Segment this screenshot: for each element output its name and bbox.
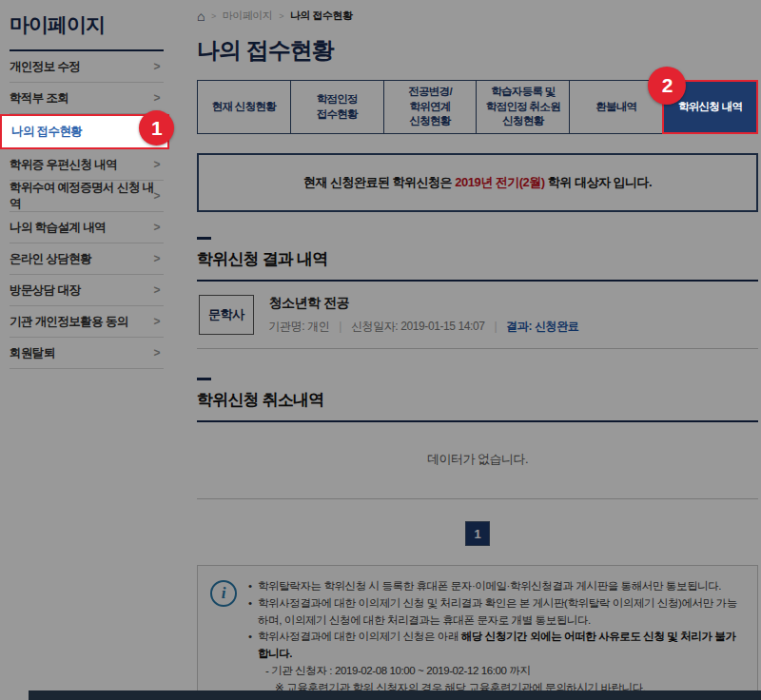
breadcrumb: ⌂ > 마이페이지 > 나의 접수현황 <box>197 9 758 23</box>
notice-text: 현재 신청완료된 학위신청은 2019년 전기(2월) 학위 대상자 입니다. <box>303 174 652 191</box>
tab-degree-application-history[interactable]: 학위신청 내역 2 <box>662 80 758 134</box>
chevron-right-icon: > <box>154 315 164 328</box>
info-bullet-2: 학위사정결과에 대한 이의제기 신청 및 처리결과 확인은 본 게시판(학위탈락… <box>248 595 744 630</box>
notice-box: 현재 신청완료된 학위신청은 2019년 전기(2월) 학위 대상자 입니다. <box>197 153 758 212</box>
chevron-right-icon: > <box>154 60 164 73</box>
sidebar-item-label: 회원탈퇴 <box>10 345 55 361</box>
major-title: 청소년학 전공 <box>269 295 579 312</box>
info-list: 학위탈락자는 학위신청 시 등록한 휴대폰 문자·이메일·학위신청결과 게시판을… <box>248 578 744 700</box>
main-content: ⌂ > 마이페이지 > 나의 접수현황 나의 접수현황 현재 신청현황 학점인정… <box>197 0 758 700</box>
sidebar-item-online-counseling[interactable]: 온라인 상담현황 > <box>10 243 164 275</box>
breadcrumb-current: 나의 접수현황 <box>290 9 353 23</box>
result-label: 결과: <box>506 320 532 333</box>
sidebar-item-privacy-consent[interactable]: 기관 개인정보활용 동의 > <box>10 306 164 338</box>
step-1-badge: 1 <box>139 110 174 146</box>
chevron-right-icon: > <box>154 189 164 203</box>
info-icon: i <box>210 580 237 607</box>
chevron-right-icon: > <box>154 221 164 234</box>
pagination: 1 <box>197 521 758 546</box>
section-degree-results: 학위신청 결과 내역 문학사 청소년학 전공 기관명: 개인 | 신청일자: 2… <box>197 237 758 349</box>
tab-label: 학위신청 내역 <box>678 100 742 115</box>
notice-highlight: 2019년 전기(2월) <box>455 175 544 189</box>
tabs-bar: 현재 신청현황 학점인정 접수현황 전공변경/ 학위연계 신청현황 학습자등록 … <box>197 80 758 134</box>
org-label: 기관명: <box>269 320 305 333</box>
sidebar-title: 마이페이지 <box>10 10 164 51</box>
info-box: i 학위탈락자는 학위신청 시 등록한 휴대폰 문자·이메일·학위신청결과 게시… <box>197 565 758 700</box>
result-details: 청소년학 전공 기관명: 개인 | 신청일자: 2019-01-15 14:07… <box>269 295 579 335</box>
org-value: 개인 <box>307 320 329 333</box>
page-button-1[interactable]: 1 <box>465 521 490 546</box>
sidebar-item-visit-counseling[interactable]: 방문상담 대장 > <box>10 275 164 306</box>
sidebar-item-academic-record[interactable]: 학적부 조회 > <box>10 83 164 114</box>
sidebar-item-label: 기관 개인정보활용 동의 <box>10 314 128 330</box>
sidebar-menu: 개인정보 수정 > 학적부 조회 > 나의 접수현황 1 학위증 우편신청 내역… <box>10 51 164 369</box>
result-list-item: 문학사 청소년학 전공 기관명: 개인 | 신청일자: 2019-01-15 1… <box>197 282 758 349</box>
sidebar-item-label: 학위수여 예정증명서 신청 내역 <box>10 180 154 212</box>
sidebar-item-label: 학적부 조회 <box>10 90 68 107</box>
date-value: 2019-01-15 14:07 <box>400 320 484 333</box>
sidebar-item-label: 개인정보 수정 <box>10 59 80 75</box>
info-bullet-3-prefix: 학위사정결과에 대한 이의제기 신청은 아래 <box>258 631 461 642</box>
chevron-right-icon: > <box>154 283 164 297</box>
meta-divider: | <box>495 320 498 333</box>
sidebar-item-label: 온라인 상담현황 <box>10 251 91 267</box>
chevron-right-icon: > <box>154 346 164 360</box>
result-meta: 기관명: 개인 | 신청일자: 2019-01-15 14:07 | 결과: 신… <box>269 319 579 335</box>
sidebar-item-edit-personal-info[interactable]: 개인정보 수정 > <box>10 51 164 83</box>
sidebar-item-learning-plan[interactable]: 나의 학습설계 내역 > <box>10 212 164 243</box>
tab-major-change-degree-link[interactable]: 전공변경/ 학위연계 신청현황 <box>383 81 477 133</box>
section-marker <box>197 378 211 380</box>
section-marker <box>197 237 211 240</box>
result-status: 신청완료 <box>535 320 578 333</box>
chevron-right-icon: > <box>154 158 164 171</box>
sidebar: 마이페이지 개인정보 수정 > 학적부 조회 > 나의 접수현황 1 학위증 우… <box>0 0 190 369</box>
sidebar-item-expected-degree-certificate[interactable]: 학위수여 예정증명서 신청 내역 > <box>10 181 164 212</box>
home-icon[interactable]: ⌂ <box>197 10 205 23</box>
empty-message: 데이터가 없습니다. <box>197 422 758 499</box>
breadcrumb-separator: > <box>279 11 283 21</box>
tab-current-application-status[interactable]: 현재 신청현황 <box>198 81 290 133</box>
sidebar-item-label: 학위증 우편신청 내역 <box>10 157 117 173</box>
info-sub-institution-period: - 기관 신청자 : 2019-02-08 10:00 ~ 2019-02-12… <box>248 663 744 680</box>
degree-type-badge: 문학사 <box>199 295 254 335</box>
info-bullet-1: 학위탈락자는 학위신청 시 등록한 휴대폰 문자·이메일·학위신청결과 게시판을… <box>248 578 744 595</box>
breadcrumb-separator: > <box>211 11 216 21</box>
sub-value: 2019-02-08 10:00 ~ 2019-02-12 16:00 까지 <box>335 665 531 676</box>
date-label: 신청일자: <box>351 320 398 333</box>
section-title: 학위신청 결과 내역 <box>197 248 758 270</box>
page-title: 나의 접수현황 <box>197 35 758 66</box>
sub-label: - 기관 신청자 : <box>265 665 335 676</box>
section-degree-cancellations: 학위신청 취소내역 데이터가 없습니다. <box>197 378 758 499</box>
notice-prefix: 현재 신청완료된 학위신청은 <box>303 175 455 189</box>
tab-learner-registration-cancel[interactable]: 학습자등록 및 학점인정 취소원 신청현황 <box>476 81 569 133</box>
meta-divider: | <box>339 320 341 333</box>
chevron-right-icon: > <box>154 91 164 105</box>
sidebar-item-my-application-status[interactable]: 나의 접수현황 1 <box>0 114 169 149</box>
breadcrumb-item-mypage[interactable]: 마이페이지 <box>223 9 273 23</box>
step-2-badge: 2 <box>648 67 686 105</box>
sidebar-item-withdraw-membership[interactable]: 회원탈퇴 > <box>10 338 164 369</box>
section-title: 학위신청 취소내역 <box>197 389 758 411</box>
sidebar-item-diploma-mail-request[interactable]: 학위증 우편신청 내역 > <box>10 149 164 181</box>
sidebar-item-label: 나의 학습설계 내역 <box>10 220 106 236</box>
notice-suffix: 학위 대상자 입니다. <box>545 175 652 189</box>
sidebar-item-label: 나의 접수현황 <box>11 124 82 140</box>
sidebar-item-label: 방문상담 대장 <box>10 282 80 299</box>
chevron-right-icon: > <box>154 252 164 265</box>
footer-bar <box>29 690 761 700</box>
info-bullet-3: 학위사정결과에 대한 이의제기 신청은 아래 해당 신청기간 외에는 어떠한 사… <box>248 629 744 663</box>
tab-credit-recognition-status[interactable]: 학점인정 접수현황 <box>290 81 383 133</box>
